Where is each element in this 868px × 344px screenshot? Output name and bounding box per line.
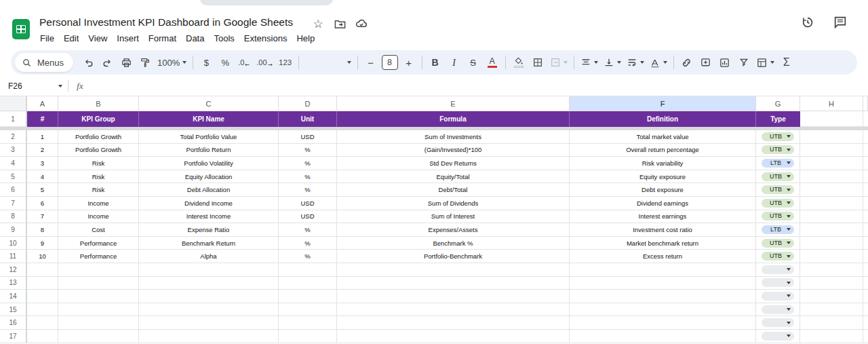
cell-num[interactable]: 10: [27, 250, 58, 263]
column-header-h[interactable]: H: [800, 96, 863, 111]
cell-kpi-group[interactable]: [58, 263, 139, 277]
cell-type[interactable]: LTB: [756, 157, 800, 170]
cell-num[interactable]: [27, 303, 58, 317]
row-number[interactable]: 6: [0, 183, 27, 197]
header-cell-unit[interactable]: Unit: [279, 111, 337, 127]
cell-unit[interactable]: [279, 290, 337, 303]
header-cell-num[interactable]: #: [27, 111, 58, 127]
cell-kpi-name[interactable]: Dividend Income: [139, 197, 279, 210]
row-number[interactable]: 8: [0, 210, 27, 224]
cell-formula[interactable]: [337, 277, 570, 290]
insert-chart-button[interactable]: [716, 54, 734, 71]
cell-type[interactable]: UTB: [756, 130, 800, 144]
cell-formula[interactable]: [337, 330, 570, 343]
cell-num[interactable]: [27, 263, 58, 277]
row-number[interactable]: 2: [0, 130, 27, 144]
cell-type[interactable]: [756, 316, 800, 330]
cell-h[interactable]: [800, 130, 863, 144]
cell-formula[interactable]: Debt/Total: [337, 183, 570, 197]
cell-formula[interactable]: Expenses/Assets: [337, 223, 570, 237]
cell-kpi-group[interactable]: Cost: [58, 223, 139, 237]
create-filter-button[interactable]: [735, 54, 753, 71]
paint-format-icon[interactable]: [136, 54, 154, 71]
comments-icon[interactable]: [833, 15, 849, 31]
cell-formula[interactable]: [337, 263, 570, 277]
cell-unit[interactable]: [279, 263, 337, 277]
cell-h[interactable]: [800, 210, 863, 224]
row-number[interactable]: 10: [0, 237, 27, 250]
type-dropdown-chip[interactable]: [762, 278, 794, 287]
cell-formula[interactable]: Benchmark %: [337, 237, 570, 250]
type-dropdown-chip[interactable]: [762, 292, 794, 301]
row-number[interactable]: 9: [0, 223, 27, 237]
cell-formula[interactable]: Std Dev Returns: [337, 157, 570, 170]
column-header-c[interactable]: C: [139, 96, 279, 111]
text-rotation-button[interactable]: [648, 54, 669, 71]
italic-button[interactable]: I: [446, 54, 463, 71]
type-dropdown-chip[interactable]: UTB: [762, 252, 794, 261]
cell-kpi-name[interactable]: [139, 277, 279, 290]
insert-link-button[interactable]: [678, 54, 696, 71]
vertical-align-button[interactable]: [601, 54, 623, 71]
cell-kpi-name[interactable]: Alpha: [139, 250, 279, 263]
cell-num[interactable]: [27, 330, 58, 343]
cell-unit[interactable]: [279, 316, 337, 330]
menu-view[interactable]: View: [83, 31, 112, 45]
cell-unit[interactable]: [279, 277, 337, 290]
cell-type[interactable]: UTB: [756, 144, 800, 157]
column-header-a[interactable]: A: [27, 96, 58, 111]
cell-kpi-name[interactable]: [139, 290, 279, 303]
cell-definition[interactable]: [570, 330, 756, 343]
row-number[interactable]: 4: [0, 157, 27, 170]
bold-button[interactable]: B: [427, 54, 444, 71]
cell-unit[interactable]: %: [279, 250, 337, 263]
type-dropdown-chip[interactable]: UTB: [762, 212, 794, 221]
cell-kpi-group[interactable]: [58, 303, 139, 317]
cell-h[interactable]: [800, 183, 863, 197]
cell-h[interactable]: [800, 197, 863, 210]
menu-file[interactable]: File: [35, 31, 59, 45]
type-dropdown-chip[interactable]: UTB: [762, 145, 794, 154]
borders-button[interactable]: [529, 54, 547, 71]
cell-kpi-name[interactable]: [139, 303, 279, 317]
cell-definition[interactable]: Excess return: [570, 250, 756, 263]
cell-type[interactable]: [756, 290, 800, 303]
cell-unit[interactable]: %: [279, 223, 337, 237]
cell-h[interactable]: [800, 223, 863, 237]
type-dropdown-chip[interactable]: [762, 305, 794, 314]
cell-kpi-group[interactable]: Risk: [58, 170, 139, 184]
type-dropdown-chip[interactable]: LTB: [762, 225, 794, 234]
cell-definition[interactable]: [570, 316, 756, 330]
cell-unit[interactable]: %: [279, 157, 337, 170]
cell-h[interactable]: [800, 263, 863, 277]
cell-formula[interactable]: [337, 303, 570, 317]
cell-definition[interactable]: Total market value: [570, 130, 756, 144]
cell-kpi-group[interactable]: Performance: [58, 250, 139, 263]
cell-num[interactable]: [27, 277, 58, 290]
cell-definition[interactable]: [570, 263, 756, 277]
cell-kpi-name[interactable]: Benchmark Return: [139, 237, 279, 250]
cell-num[interactable]: 1: [27, 130, 58, 144]
cell-kpi-name[interactable]: Interest Income: [139, 210, 279, 224]
cell-formula[interactable]: Portfolio-Benchmark: [337, 250, 570, 263]
cell-unit[interactable]: %: [279, 237, 337, 250]
increase-decimal-button[interactable]: .00: [254, 54, 275, 71]
cell-num[interactable]: 7: [27, 210, 58, 224]
insert-comment-button[interactable]: [697, 54, 715, 71]
menu-edit[interactable]: Edit: [59, 31, 83, 45]
cell-unit[interactable]: USD: [279, 197, 337, 210]
decrease-font-size-button[interactable]: −: [362, 54, 380, 71]
fill-color-button[interactable]: [510, 54, 528, 71]
cell-num[interactable]: [27, 316, 58, 330]
cell-type[interactable]: [756, 263, 800, 277]
header-cell-kpi-name[interactable]: KPI Name: [139, 111, 279, 127]
cell-num[interactable]: 3: [27, 157, 58, 170]
cell-definition[interactable]: [570, 277, 756, 290]
format-percent-button[interactable]: %: [216, 54, 234, 71]
menus-search-button[interactable]: Menus: [15, 53, 73, 72]
cell-definition[interactable]: Dividend earnings: [570, 197, 756, 210]
text-wrap-button[interactable]: [625, 54, 646, 71]
type-dropdown-chip[interactable]: UTB: [762, 132, 794, 141]
cell-type[interactable]: [756, 330, 800, 343]
cell-formula[interactable]: Equity/Total: [337, 170, 570, 184]
